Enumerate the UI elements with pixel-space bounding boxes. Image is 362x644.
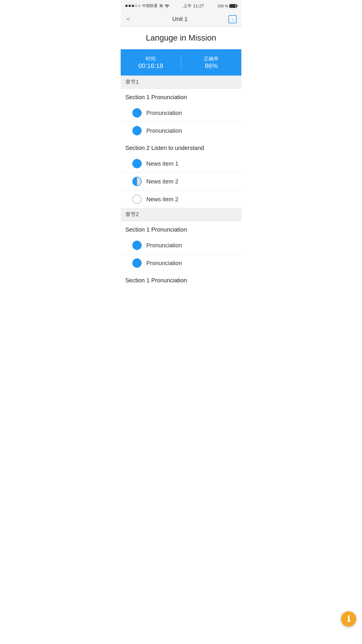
page-title: Languge in Mission (125, 33, 237, 43)
item-icon-half (132, 177, 142, 186)
item-icon-empty (132, 195, 142, 204)
list-item[interactable]: News item 2 (121, 173, 241, 190)
back-button[interactable]: < (125, 14, 131, 24)
list-item[interactable]: Pronunciation (121, 122, 241, 139)
battery-percent: 100 % (217, 4, 228, 8)
section-title-c1-s1: Section 1 Pronunciation (121, 89, 241, 104)
download-button[interactable] (229, 15, 237, 23)
item-icon-full (132, 241, 142, 250)
accuracy-label: 正确率 (204, 55, 219, 62)
item-icon-full (132, 126, 142, 135)
battery-icon (229, 4, 237, 8)
list-item[interactable]: News item 2 (121, 190, 241, 208)
time-value: 00:16:18 (138, 62, 163, 70)
wifi-icon: ⌘ (159, 4, 170, 8)
signal-dot-1 (125, 5, 128, 7)
status-time: 上午 11:27 (183, 3, 204, 9)
accuracy-value: 86% (205, 62, 218, 70)
nav-bar: < Unit 1 (121, 12, 241, 27)
section-block-c1-s2: Section 2 Listen to understandNews item … (121, 139, 241, 208)
item-label: Pronunciation (146, 110, 182, 116)
item-label: Pronunciation (146, 260, 182, 267)
item-icon-full (132, 108, 142, 118)
list-item[interactable]: Pronunciation (121, 237, 241, 254)
list-item[interactable]: News item 1 (121, 155, 241, 173)
list-item[interactable]: Pronunciation (121, 254, 241, 272)
item-label: News item 1 (146, 160, 178, 167)
list-item[interactable]: Pronunciation (121, 104, 241, 122)
nav-title: Unit 1 (172, 16, 187, 22)
chapter-header-2: 章节2 (121, 208, 241, 221)
item-icon-full (132, 159, 142, 168)
stat-accuracy: 正确率 86% (181, 49, 242, 76)
signal-dot-5 (138, 5, 140, 7)
page-title-section: Languge in Mission (121, 27, 241, 49)
item-label: News item 2 (146, 178, 178, 185)
signal-dot-2 (129, 5, 131, 7)
stats-bar: 时间 00:16:18 正确率 86% (121, 49, 241, 76)
battery-fill (230, 5, 236, 7)
item-label: Pronunciation (146, 127, 182, 134)
section-title-c2-s1: Section 1 Pronunciation (121, 221, 241, 237)
section-block-c2-s1: Section 1 PronunciationPronunciationPron… (121, 221, 241, 272)
section-title-c2-s2: Section 1 Pronunciation (121, 272, 241, 287)
status-bar: 中国联通 ⌘ 上午 11:27 100 % (121, 0, 241, 12)
section-block-c1-s1: Section 1 PronunciationPronunciationPron… (121, 89, 241, 139)
stat-time: 时间 00:16:18 (121, 49, 181, 76)
section-block-c2-s2: Section 1 Pronunciation (121, 272, 241, 287)
section-title-c1-s2: Section 2 Listen to understand (121, 139, 241, 155)
signal-dot-4 (135, 5, 137, 7)
item-label: News item 2 (146, 196, 178, 203)
item-label: Pronunciation (146, 242, 182, 249)
signal-dots (125, 5, 140, 7)
content: 章节1Section 1 PronunciationPronunciationP… (121, 76, 241, 287)
chapter-header-1: 章节1 (121, 76, 241, 89)
item-icon-full (132, 258, 142, 268)
time-label: 时间 (146, 55, 156, 62)
signal-dot-3 (132, 5, 134, 7)
carrier-label: 中国联通 (142, 3, 157, 8)
status-left: 中国联通 ⌘ (125, 3, 170, 8)
status-right: 100 % (217, 4, 237, 8)
